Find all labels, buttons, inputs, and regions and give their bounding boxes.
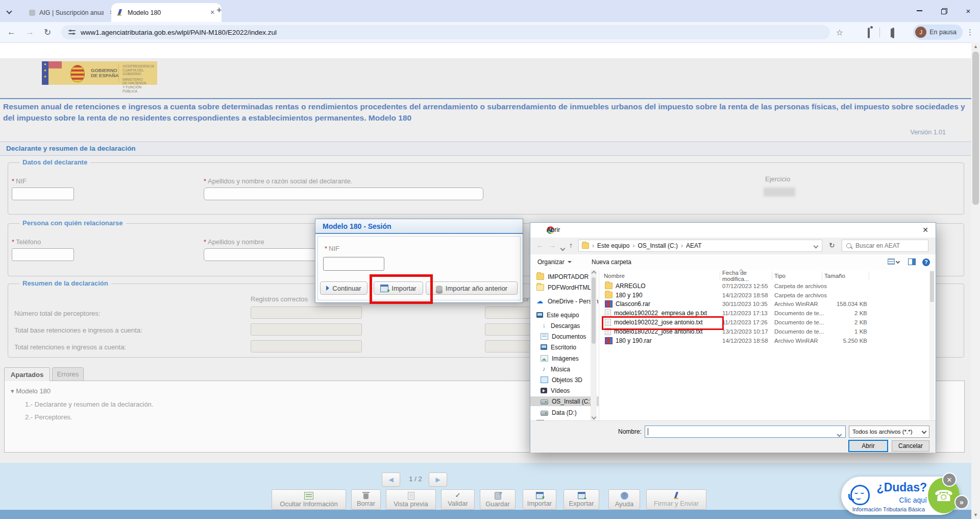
filetype-select[interactable]: Todos los archivos (*.*)	[849, 426, 929, 438]
search-box[interactable]	[842, 240, 928, 252]
importar-anterior-button[interactable]: Importar año anterior	[426, 281, 518, 295]
column-tipo[interactable]: Tipo	[772, 271, 822, 280]
importar-button[interactable]: ▾ Importar	[523, 489, 556, 510]
browser-tab-strip: AIG | Suscripción anual × Modelo 180 × +…	[0, 0, 980, 22]
nueva-carpeta-button[interactable]: Nueva carpeta	[592, 258, 631, 266]
dudas-cta[interactable]: Clic aquí	[899, 496, 927, 504]
side-panel-icon[interactable]	[892, 29, 894, 38]
address-chevron-icon[interactable]	[814, 242, 818, 249]
sidebar-item-imagenes[interactable]: Imágenes	[530, 353, 599, 363]
modal-nif-input[interactable]	[323, 257, 384, 271]
page-prev-button[interactable]: ◀	[382, 473, 400, 487]
vista-previa-button[interactable]: Vista previa	[386, 489, 436, 510]
tree-item-declarante[interactable]: 1.- Declarante y resumen de la declaraci…	[25, 400, 153, 408]
ocultar-informacion-button[interactable]: Ocultar Información	[272, 489, 346, 510]
continuar-button[interactable]: Continuar	[320, 281, 368, 295]
cancelar-button[interactable]: Cancelar	[892, 440, 929, 452]
sidebar-item-objetos3d[interactable]: Objetos 3D	[530, 375, 599, 385]
scroll-thumb[interactable]	[592, 277, 596, 344]
tab-apartados[interactable]: Apartados	[4, 367, 50, 381]
ayuda-button[interactable]: ? Ayuda	[608, 489, 640, 510]
abrir-button[interactable]: Abrir	[849, 440, 888, 452]
perceptores-correctos-input[interactable]	[251, 306, 362, 319]
address-bar[interactable]: › Este equipo › OS_Install (C:) › AEAT	[578, 240, 822, 252]
column-fecha[interactable]: Fecha de modifica...	[720, 271, 772, 280]
nif-input[interactable]	[12, 187, 74, 200]
sidebar-scrollbar[interactable]	[591, 270, 597, 420]
window-restore-button[interactable]	[937, 5, 950, 16]
view-options-icon[interactable]	[888, 258, 899, 265]
nav-history-chevron-icon[interactable]	[561, 244, 565, 252]
tab-modelo180-close-icon[interactable]: ×	[208, 9, 216, 17]
url-bar[interactable]: www1.agenciatributaria.gob.es/wlpl/PAIN-…	[61, 25, 830, 39]
organizar-menu[interactable]: Organizar	[537, 258, 572, 266]
sidebar-item-os-install[interactable]: OS_Install (C:)	[530, 396, 599, 406]
tab-aig[interactable]: AIG | Suscripción anual ×	[24, 3, 121, 22]
bookmark-star-icon[interactable]: ☆	[836, 28, 843, 37]
sidebar-item-importador[interactable]: IMPORTADOR DI	[530, 272, 599, 281]
dialog-close-icon[interactable]: ✕	[920, 226, 930, 235]
scroll-down-icon[interactable]	[592, 415, 597, 420]
sidebar-item-descargas[interactable]: ↓Descargas	[530, 321, 599, 331]
filename-input[interactable]	[645, 426, 846, 438]
nav-forward-icon[interactable]: →	[549, 241, 556, 249]
scroll-up-icon[interactable]	[592, 271, 597, 276]
menu-kebab-icon[interactable]: ⋮	[966, 28, 974, 37]
sidebar-item-este-equipo[interactable]: Este equipo	[530, 310, 599, 320]
refresh-icon[interactable]: ↻	[829, 241, 835, 249]
guardar-button[interactable]: ↗ Guardar	[480, 489, 516, 510]
forward-icon[interactable]: →	[26, 27, 34, 37]
tree-item-perceptores[interactable]: 2.- Perceptores.	[25, 413, 72, 421]
retenciones-correctos-input[interactable]	[251, 340, 362, 352]
sidebar-item-escritorio[interactable]: Escritorio	[530, 342, 599, 352]
dialog-help-icon[interactable]: ?	[922, 258, 930, 266]
tree-root[interactable]: ▾ Modelo 180	[11, 387, 51, 395]
dudas-close-button[interactable]: ✕	[942, 473, 957, 487]
breadcrumb-os-install[interactable]: OS_Install (C:)	[638, 242, 678, 249]
window-close-button[interactable]: ×	[962, 5, 975, 16]
scroll-up-icon[interactable]: ▲	[971, 42, 980, 51]
base-retenciones-correctos-input[interactable]	[251, 323, 362, 336]
sidebar-item-onedrive[interactable]: ☁OneDrive - Person	[530, 296, 599, 306]
filelist-scrollbar[interactable]	[929, 270, 935, 420]
telefono-input[interactable]	[12, 248, 74, 261]
firmar-enviar-button[interactable]: Firmar y Enviar	[646, 489, 706, 510]
reload-icon[interactable]: ↻	[44, 27, 51, 38]
page-scrollbar[interactable]: ▲ ▼	[971, 42, 980, 519]
nav-back-icon[interactable]: ←	[536, 241, 544, 249]
apellidos-input[interactable]	[204, 187, 483, 200]
dudas-chat-widget[interactable]: ¿Dudas? Clic aquí Información Tributaria…	[841, 477, 960, 515]
preview-pane-icon[interactable]	[908, 258, 916, 265]
validar-button[interactable]: ✓ Validar	[441, 489, 475, 510]
breadcrumb-aeat[interactable]: AEAT	[686, 242, 701, 249]
tab-modelo180[interactable]: Modelo 180 ×	[111, 3, 222, 22]
dudas-expand-button[interactable]: »	[954, 495, 969, 509]
column-tamano[interactable]: Tamaño	[822, 271, 869, 280]
site-info-icon[interactable]	[68, 30, 76, 35]
filename-dropdown-icon[interactable]	[838, 431, 841, 438]
back-icon[interactable]: ←	[7, 27, 16, 37]
tab-errores[interactable]: Errores	[52, 367, 84, 381]
new-tab-button[interactable]: +	[216, 5, 222, 16]
extensions-icon[interactable]	[868, 29, 870, 38]
column-nombre[interactable]: Nombre	[602, 271, 720, 280]
sidebar-item-videos[interactable]: Vídeos	[530, 386, 599, 395]
nav-up-icon[interactable]: ↑	[569, 241, 573, 249]
scroll-thumb[interactable]	[930, 271, 934, 302]
sidebar-item-documentos[interactable]: Documentos	[530, 332, 599, 341]
sidebar-item-pdfwordhtml[interactable]: PDFWordHTML	[530, 282, 599, 292]
scroll-down-icon[interactable]: ▼	[971, 511, 980, 519]
breadcrumb-este-equipo[interactable]: Este equipo	[597, 242, 629, 249]
exportar-button[interactable]: ▴ Exportar	[564, 489, 599, 510]
borrar-button[interactable]: Borrar	[351, 489, 381, 510]
profile-chip[interactable]: J En pausa	[913, 25, 963, 40]
filename-label: Nombre:	[607, 428, 642, 435]
tab-search-chevron-icon[interactable]	[7, 6, 11, 15]
page-next-button[interactable]: ▶	[429, 473, 447, 487]
scroll-thumb[interactable]	[972, 52, 979, 205]
search-input[interactable]	[854, 242, 918, 250]
sidebar-item-data[interactable]: Data (D:)	[530, 408, 599, 417]
window-minimize-button[interactable]	[913, 5, 926, 16]
sidebar-item-musica[interactable]: ♪Música	[530, 364, 599, 374]
government-logo-band: ★★★ GOBIERNODE ESPAÑA VICEPRESIDENCIACUA…	[42, 61, 157, 85]
